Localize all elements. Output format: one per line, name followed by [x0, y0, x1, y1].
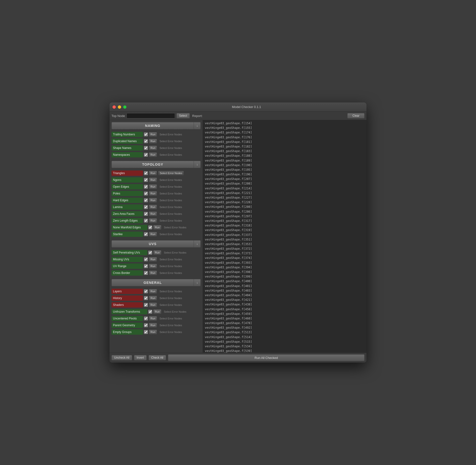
select-error-nodes-button[interactable]: Select Error Nodes: [158, 191, 184, 196]
run-button[interactable]: Run: [149, 152, 157, 157]
select-error-nodes-button[interactable]: Select Error Nodes: [162, 309, 188, 314]
run-button[interactable]: Run: [149, 316, 157, 321]
run-button[interactable]: Run: [149, 289, 157, 294]
select-error-nodes-button[interactable]: Select Error Nodes: [158, 316, 184, 321]
run-button[interactable]: Run: [149, 205, 157, 210]
select-error-nodes-button[interactable]: Select Error Nodes: [158, 218, 184, 223]
select-error-nodes-button[interactable]: Select Error Nodes: [158, 264, 184, 269]
check-checkbox[interactable]: [144, 323, 148, 327]
check-all-button[interactable]: Check All: [149, 355, 166, 360]
top-node-label: Top Node: [111, 114, 125, 118]
check-checkbox[interactable]: [144, 219, 148, 222]
run-button[interactable]: Run: [149, 330, 157, 334]
run-button[interactable]: Run: [153, 309, 162, 314]
check-checkbox[interactable]: [148, 310, 152, 314]
select-error-nodes-button[interactable]: Select Error Nodes: [162, 250, 188, 255]
check-checkbox[interactable]: [144, 153, 148, 157]
run-button[interactable]: Run: [153, 225, 162, 230]
uncheck-all-button[interactable]: Uncheck All: [111, 355, 132, 360]
close-button[interactable]: [112, 105, 116, 109]
run-button[interactable]: Run: [149, 171, 157, 176]
check-checkbox[interactable]: [144, 171, 148, 175]
naming-collapse-btn[interactable]: ↓: [194, 122, 201, 129]
check-checkbox[interactable]: [144, 146, 148, 150]
select-error-nodes-button[interactable]: Select Error Nodes: [158, 211, 184, 216]
uvs-title[interactable]: UVS: [111, 240, 194, 247]
check-checkbox[interactable]: [144, 212, 148, 216]
check-checkbox[interactable]: [144, 330, 148, 334]
general-collapse-btn[interactable]: ↓: [194, 279, 201, 286]
select-error-nodes-button[interactable]: Select Error Nodes: [158, 146, 184, 150]
select-error-nodes-button[interactable]: Select Error Nodes: [158, 152, 184, 157]
select-error-nodes-button[interactable]: Select Error Nodes: [158, 296, 184, 301]
run-button[interactable]: Run: [149, 232, 157, 237]
select-error-nodes-button[interactable]: Select Error Nodes: [158, 171, 184, 176]
select-error-nodes-button[interactable]: Select Error Nodes: [158, 198, 184, 203]
check-checkbox[interactable]: [144, 271, 148, 275]
top-node-input[interactable]: [127, 113, 175, 118]
check-label: Unfrozen Transforms: [111, 309, 147, 314]
run-button[interactable]: Run: [149, 303, 157, 307]
select-error-nodes-button[interactable]: Select Error Nodes: [158, 330, 184, 334]
run-button[interactable]: Run: [149, 198, 157, 203]
select-error-nodes-button[interactable]: Select Error Nodes: [158, 271, 184, 275]
run-button[interactable]: Run: [149, 178, 157, 182]
select-error-nodes-button[interactable]: Select Error Nodes: [158, 232, 184, 237]
uvs-collapse-btn[interactable]: ↓: [194, 240, 201, 247]
select-button[interactable]: Select: [176, 113, 190, 118]
run-button[interactable]: Run: [149, 323, 157, 328]
run-button[interactable]: Run: [149, 191, 157, 196]
list-item: vestHinge03_geoShape.f[404]: [205, 293, 365, 298]
select-error-nodes-button[interactable]: Select Error Nodes: [158, 303, 184, 307]
select-error-nodes-button[interactable]: Select Error Nodes: [158, 289, 184, 294]
table-row: StarlikeRunSelect Error Nodes: [111, 231, 201, 237]
naming-title[interactable]: NAMING: [111, 122, 194, 129]
check-checkbox[interactable]: [144, 205, 148, 209]
check-checkbox[interactable]: [148, 225, 152, 229]
check-checkbox[interactable]: [144, 185, 148, 189]
run-button[interactable]: Run: [149, 264, 157, 269]
run-button[interactable]: Run: [153, 250, 162, 255]
select-error-nodes-button[interactable]: Select Error Nodes: [158, 132, 184, 137]
check-checkbox[interactable]: [144, 257, 148, 261]
run-button[interactable]: Run: [149, 218, 157, 223]
table-row: Empty GroupsRunSelect Error Nodes: [111, 329, 201, 335]
run-button[interactable]: Run: [149, 139, 157, 144]
select-error-nodes-button[interactable]: Select Error Nodes: [162, 225, 188, 230]
run-button[interactable]: Run: [149, 146, 157, 150]
check-checkbox[interactable]: [148, 251, 152, 254]
check-checkbox[interactable]: [144, 303, 148, 307]
select-error-nodes-button[interactable]: Select Error Nodes: [158, 323, 184, 328]
topology-title[interactable]: TOPOLOGY: [111, 161, 194, 168]
check-checkbox[interactable]: [144, 139, 148, 143]
check-checkbox[interactable]: [144, 191, 148, 195]
check-checkbox[interactable]: [144, 296, 148, 300]
run-button[interactable]: Run: [149, 184, 157, 189]
zoom-button[interactable]: [123, 105, 127, 109]
table-row: Parent GeometryRunSelect Error Nodes: [111, 322, 201, 328]
run-button[interactable]: Run: [149, 271, 157, 275]
run-button[interactable]: Run: [149, 211, 157, 216]
check-checkbox[interactable]: [144, 198, 148, 202]
check-checkbox[interactable]: [144, 289, 148, 293]
minimize-button[interactable]: [118, 105, 121, 109]
check-checkbox[interactable]: [144, 317, 148, 320]
run-all-checked-button[interactable]: Run All Checked: [168, 354, 365, 361]
select-error-nodes-button[interactable]: Select Error Nodes: [158, 178, 184, 182]
check-checkbox[interactable]: [144, 178, 148, 182]
select-error-nodes-button[interactable]: Select Error Nodes: [158, 184, 184, 189]
invert-button[interactable]: Invert: [134, 355, 147, 360]
run-button[interactable]: Run: [149, 257, 157, 262]
select-error-nodes-button[interactable]: Select Error Nodes: [158, 139, 184, 144]
topology-collapse-btn[interactable]: ↓: [194, 161, 201, 168]
clear-button[interactable]: Clear: [347, 113, 365, 118]
general-title[interactable]: GENERAL: [111, 279, 194, 286]
check-checkbox[interactable]: [144, 132, 148, 136]
report-panel[interactable]: vestHinge03_geoShape.f[154]vestHinge03_g…: [203, 120, 367, 353]
run-button[interactable]: Run: [149, 296, 157, 301]
select-error-nodes-button[interactable]: Select Error Nodes: [158, 257, 184, 262]
run-button[interactable]: Run: [149, 132, 157, 137]
check-checkbox[interactable]: [144, 264, 148, 268]
check-checkbox[interactable]: [144, 232, 148, 236]
select-error-nodes-button[interactable]: Select Error Nodes: [158, 205, 184, 210]
